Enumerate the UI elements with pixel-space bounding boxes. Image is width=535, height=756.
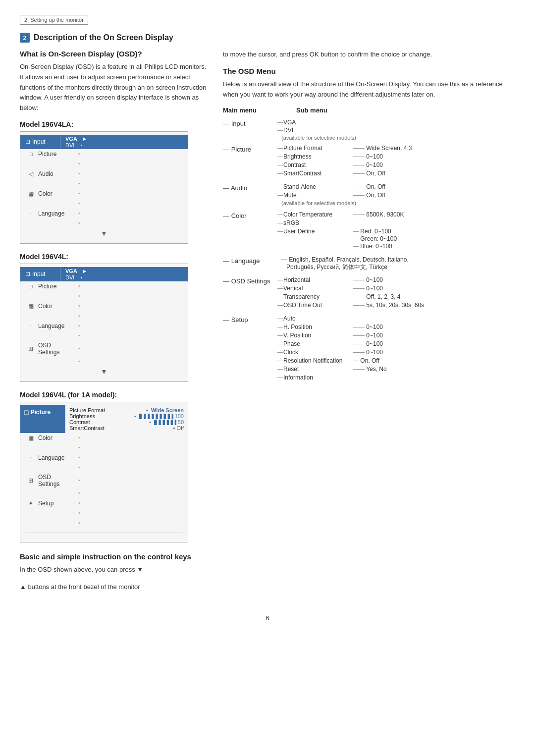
diag-osd-settings-main: — OSD Settings bbox=[223, 276, 277, 285]
model3-color-row: ▦ Color • bbox=[20, 433, 188, 443]
model3-picture-subs: Picture Format • Wide Screen Brightness … bbox=[65, 405, 188, 433]
model3-label: Model 196V4L (for 1A model): bbox=[20, 391, 208, 399]
user-define-label: User Define bbox=[283, 228, 353, 235]
osd-settings-icon-3: ⊞ bbox=[25, 477, 36, 485]
picture-format-diag-val: —— Wide Screen, 4:3 bbox=[353, 145, 412, 152]
diag-setup-main: — Setup bbox=[223, 315, 277, 324]
color-temp-val: —— 6500K, 9300K bbox=[353, 211, 404, 218]
model3-osd-label: OSD Settings bbox=[38, 474, 73, 487]
diag-audio-main: — Audio bbox=[223, 183, 277, 192]
mute-row: — Mute —— On, Off bbox=[277, 192, 515, 199]
diag-headers: Main menu Sub menu bbox=[223, 107, 515, 114]
model1-vga-right: VGA ▸ DVI • bbox=[60, 136, 183, 148]
model1-audio-label: Audio bbox=[38, 170, 73, 177]
audio-main-label: Audio bbox=[231, 184, 247, 192]
horizontal-row: — Horizontal —— 0~100 bbox=[277, 276, 515, 283]
osd-settings-main-label: OSD Settings bbox=[231, 277, 270, 285]
model3-right10: • bbox=[73, 520, 183, 527]
diag-language-subs: — English, Español, Français, Deutsch, I… bbox=[277, 256, 515, 271]
model3-row5: • bbox=[20, 463, 188, 473]
model1-right7: • bbox=[73, 200, 183, 207]
model3-color-right: • bbox=[73, 434, 183, 441]
input-icon-2: ⊡ bbox=[25, 270, 30, 277]
reset-label: Reset bbox=[283, 366, 353, 373]
audio-available-note: (available for selective models) bbox=[281, 200, 515, 206]
srgb-row: — sRGB bbox=[277, 219, 515, 226]
banner-text: 2. Setting up the monitor bbox=[24, 17, 84, 23]
model1-osd-box: ⊡ Input VGA ▸ DVI • □ Picture • bbox=[20, 131, 188, 244]
model3-right3: • bbox=[73, 444, 183, 451]
diag-color-section: — Color — Color Temperature —— 6500K, 93… bbox=[223, 211, 515, 251]
hposition-label: H. Position bbox=[283, 324, 353, 330]
phase-val: —— 0~100 bbox=[353, 340, 383, 347]
model2-color-right: • bbox=[73, 303, 183, 310]
clock-val: —— 0~100 bbox=[353, 349, 383, 356]
information-row: — Information bbox=[277, 374, 515, 381]
model3-icon7 bbox=[25, 489, 36, 497]
right-para: to move the cursor, and press OK button … bbox=[223, 50, 515, 60]
model1-right9: • bbox=[73, 220, 183, 227]
model3-icon3 bbox=[25, 444, 36, 452]
control-heading: Basic and simple instruction on the cont… bbox=[20, 552, 208, 561]
language-main-label: Language bbox=[231, 257, 260, 265]
model3-right7: • bbox=[73, 490, 183, 497]
vposition-val: —— 0~100 bbox=[353, 332, 383, 339]
model3-lang-right: • bbox=[73, 454, 183, 461]
brightness-row: — Brightness —— 0~100 bbox=[277, 153, 515, 160]
model3-setup-row: ✦ Setup • bbox=[20, 498, 188, 508]
lang-icon-1: ··· bbox=[25, 210, 36, 217]
picture-icon-3: □ bbox=[24, 408, 28, 416]
srgb-label: sRGB bbox=[283, 219, 353, 226]
model2-dvi-option: DVI • bbox=[65, 274, 183, 280]
main-menu-header: Main menu bbox=[223, 107, 257, 114]
model1-arrow-down: ▼ bbox=[20, 228, 188, 238]
model2-row3: • bbox=[20, 291, 188, 301]
model1-vga-option: VGA ▸ bbox=[65, 136, 183, 142]
model2-picture-right: • bbox=[73, 283, 183, 290]
model1-row5: • bbox=[20, 179, 188, 189]
mute-val: —— On, Off bbox=[353, 192, 385, 199]
hposition-val: —— 0~100 bbox=[353, 324, 383, 330]
picture-icon-2: □ bbox=[25, 282, 36, 290]
input-main-label: Input bbox=[231, 120, 246, 127]
model2-row7: • bbox=[20, 331, 188, 341]
model2-osd-settings-row: ⊞ OSD Settings • bbox=[20, 341, 188, 357]
vertical-val: —— 0~100 bbox=[353, 285, 383, 292]
model3-icon9 bbox=[25, 509, 36, 517]
phase-row: — Phase —— 0~100 bbox=[277, 340, 515, 347]
auto-row: — Auto bbox=[277, 315, 515, 322]
horizontal-label: Horizontal bbox=[283, 276, 353, 283]
model3-right9: • bbox=[73, 510, 183, 517]
osd-settings-icon-2: ⊞ bbox=[25, 345, 36, 353]
lang-line1: — English, Español, Français, Deutsch, I… bbox=[281, 256, 515, 263]
model2-icon3 bbox=[25, 292, 36, 300]
color-main-label: Color bbox=[231, 212, 247, 219]
lang-icon-3: ··· bbox=[25, 454, 36, 462]
model2-input-label: Input bbox=[32, 270, 46, 277]
smartcontrast-diag-label: SmartContrast bbox=[283, 170, 353, 177]
standalone-val: —— On, Off bbox=[353, 183, 385, 190]
model3-osd-box: □ Picture Picture Format • Wide Screen B… bbox=[20, 402, 188, 542]
model1-picture-row: □ Picture • bbox=[20, 149, 188, 159]
model2-color-row: ▦ Color • bbox=[20, 301, 188, 311]
model2-icon9 bbox=[25, 358, 36, 366]
diag-input-section: — Input — VGA — DVI (available for selec… bbox=[223, 119, 515, 141]
blue-val: — Blue: 0~100 bbox=[353, 243, 397, 250]
color-icon-2: ▦ bbox=[25, 302, 36, 310]
smartcontrast-value: • Off bbox=[173, 425, 184, 431]
model3-brightness: Brightness • ▐▐▐▐▐▐▐▐ 100 bbox=[69, 413, 184, 419]
smartcontrast-row: — SmartContrast —— On, Off bbox=[277, 170, 515, 177]
diag-color-subs: — Color Temperature —— 6500K, 9300K — sR… bbox=[277, 211, 515, 251]
standalone-label: Stand-Alone bbox=[283, 183, 353, 190]
clock-label: Clock bbox=[283, 349, 353, 356]
model1-input-label: Input bbox=[32, 138, 46, 145]
model3-setup-label: Setup bbox=[38, 500, 73, 507]
model3-icon5 bbox=[25, 464, 36, 472]
osd-para: On-Screen Display (OSD) is a feature in … bbox=[20, 62, 208, 113]
model2-icon5 bbox=[25, 312, 36, 320]
standalone-row: — Stand-Alone —— On, Off bbox=[277, 183, 515, 190]
model2-picture-label: Picture bbox=[38, 283, 73, 290]
hposition-row: — H. Position —— 0~100 bbox=[277, 324, 515, 330]
diag-setup-section: — Setup — Auto — H. Position —— 0~100 bbox=[223, 315, 515, 382]
model2-right5: • bbox=[73, 313, 183, 320]
